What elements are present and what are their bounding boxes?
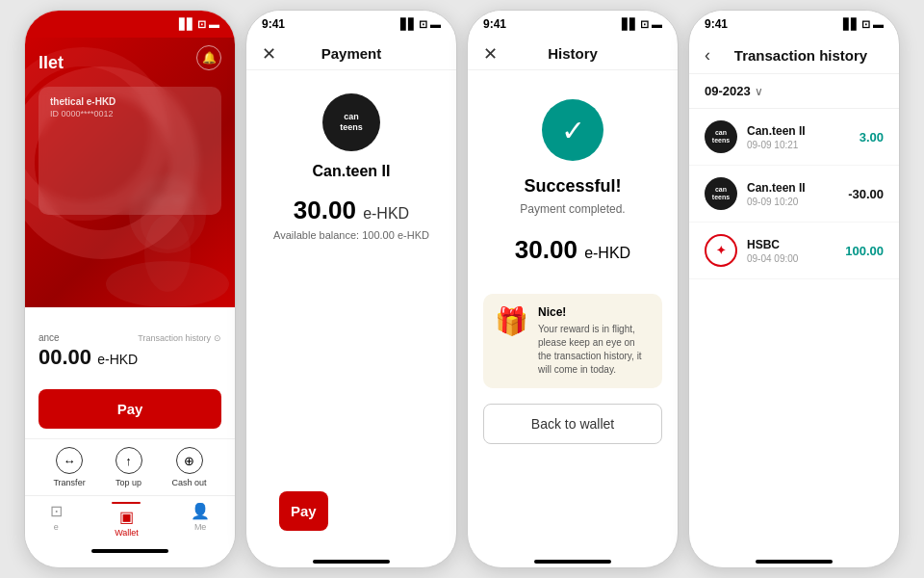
time-2: 9:41 [262, 17, 285, 31]
signal-icon-2: ▋▋ [400, 18, 416, 31]
nav-wallet[interactable]: ▣ Wallet [112, 502, 141, 538]
nav-me-label: Me [194, 522, 207, 532]
tx-date-1: 09-09 10:21 [747, 140, 850, 150]
transaction-item-2[interactable]: canteens Can.teen II 09-09 10:20 -30.00 [689, 166, 899, 223]
tx-info-3: HSBC 09-04 09:00 [747, 238, 835, 264]
transaction-list: canteens Can.teen II 09-09 10:21 3.00 ca… [689, 109, 899, 332]
signal-icon-3: ▋▋ [622, 18, 637, 31]
balance-section: ance Transaction history ⊙ 00.00 e-HKD [25, 323, 235, 380]
status-bar-4: 9:41 ▋▋ ⊡ ▬ [689, 11, 899, 38]
nav-home[interactable]: ⊡ e [50, 502, 63, 538]
tx-amount-1: 3.00 [860, 130, 884, 144]
battery-icon-4: ▬ [873, 18, 884, 30]
close-button-2[interactable]: ✕ [262, 43, 276, 65]
transaction-item-1[interactable]: canteens Can.teen II 09-09 10:21 3.00 [689, 109, 899, 166]
nav-me[interactable]: 👤 Me [191, 502, 210, 538]
payment-body: can teens Can.teen II 30.00 e-HKD Availa… [246, 70, 456, 556]
wifi-icon: ⊡ [197, 18, 206, 31]
merchant-name: Can.teen II [246, 163, 456, 180]
success-circle: ✓ [542, 99, 603, 161]
battery-icon-2: ▬ [430, 18, 441, 30]
history-title-4: Transaction history [718, 47, 884, 64]
svg-point-5 [144, 215, 191, 292]
wifi-icon-4: ⊡ [861, 18, 870, 31]
status-icons-2: ▋▋ ⊡ ▬ [400, 18, 441, 31]
merchant-logo-text: can teens [340, 112, 363, 133]
card-id: ID 0000****0012 [50, 109, 210, 118]
home-indicator-2 [313, 560, 390, 564]
tx-info-2: Can.teen II 09-09 10:20 [747, 181, 838, 207]
tx-name-1: Can.teen II [747, 124, 850, 138]
close-button-3[interactable]: ✕ [483, 43, 498, 65]
status-bar-3: 9:41 ▋▋ ⊡ ▬ [468, 11, 678, 38]
success-header: ✕ History [468, 38, 678, 70]
tx-amount-2: -30.00 [848, 187, 884, 201]
pay-button-1[interactable]: Pay [38, 389, 221, 429]
transfer-label: Transfer [53, 478, 85, 487]
wifi-icon-2: ⊡ [419, 18, 427, 31]
time-4: 9:41 [705, 17, 728, 31]
signal-icon-4: ▋▋ [843, 18, 859, 31]
back-wallet-button[interactable]: Back to wallet [483, 404, 662, 444]
balance-label: ance [38, 332, 60, 343]
transfer-icon: ↔ [56, 447, 83, 474]
reward-title: Nice! [538, 305, 651, 319]
payment-header: ✕ Payment [246, 38, 456, 70]
topup-action[interactable]: ↑ Top up [116, 447, 142, 487]
history-header: ‹ Transaction history [689, 38, 899, 74]
battery-icon: ▬ [209, 18, 219, 30]
success-subtitle: Payment completed. [468, 202, 678, 216]
reward-emoji: 🎁 [495, 305, 528, 337]
payment-title: Payment [321, 45, 382, 62]
transfer-action[interactable]: ↔ Transfer [53, 447, 85, 487]
status-bar-1: ▋▋ ⊡ ▬ [25, 11, 235, 38]
success-body: ✓ Successful! Payment completed. 30.00 e… [468, 70, 678, 556]
tx-amount-3: 100.00 [845, 244, 884, 258]
date-filter-text: 09-2023 [705, 84, 751, 98]
cashout-action[interactable]: ⊕ Cash out [171, 447, 206, 487]
pay-button-2[interactable]: Pay [279, 491, 328, 531]
action-row: ↔ Transfer ↑ Top up ⊕ Cash out [25, 438, 235, 495]
home-indicator-4 [756, 560, 833, 564]
date-filter[interactable]: 09-2023 ∨ [689, 74, 899, 109]
phone-success: 9:41 ▋▋ ⊡ ▬ ✕ History ✓ Successful! Paym… [467, 10, 679, 568]
wallet-title: llet [38, 53, 221, 73]
time-3: 9:41 [483, 17, 506, 31]
balance-amount: 00.00 e-HKD [38, 345, 221, 370]
card-type: thetical e-HKD [50, 96, 210, 107]
reward-text: Your reward is in flight, please keep an… [538, 323, 651, 377]
tx-info-1: Can.teen II 09-09 10:21 [747, 124, 850, 150]
bottom-nav-1: ⊡ e ▣ Wallet 👤 Me [25, 495, 235, 545]
available-balance: Available balance: 100.00 e-HKD [246, 229, 456, 241]
phone-payment: 9:41 ▋▋ ⊡ ▬ ✕ Payment can teens Can.teen… [245, 10, 457, 568]
payment-amount: 30.00 e-HKD [246, 196, 456, 225]
hsbc-icon: ✦ [716, 244, 726, 257]
success-icon: ✓ [542, 99, 603, 161]
topup-label: Top up [116, 478, 141, 487]
tx-name-3: HSBC [747, 238, 835, 251]
phone-history: 9:41 ▋▋ ⊡ ▬ ‹ Transaction history 09-202… [688, 10, 900, 568]
success-amount: 30.00 e-HKD [468, 235, 678, 265]
tx-date-3: 09-04 09:00 [747, 253, 835, 264]
home-indicator-1 [91, 549, 168, 553]
transaction-history-link[interactable]: Transaction history ⊙ [138, 333, 221, 343]
wifi-icon-3: ⊡ [640, 18, 649, 31]
status-icons-1: ▋▋ ⊡ ▬ [179, 18, 219, 31]
chevron-down-icon: ∨ [755, 85, 763, 98]
success-title: Successful! [468, 176, 678, 197]
cashout-icon: ⊕ [176, 447, 203, 474]
tx-logo-1: canteens [705, 120, 737, 153]
reward-box: 🎁 Nice! Your reward is in flight, please… [483, 294, 662, 388]
transaction-item-3[interactable]: ✦ HSBC 09-04 09:00 100.00 [689, 223, 899, 279]
tx-logo-2: canteens [705, 177, 737, 210]
cashout-label: Cash out [171, 478, 206, 487]
home-indicator-3 [534, 560, 611, 564]
nav-wallet-label: Wallet [115, 528, 139, 538]
status-icons-3: ▋▋ ⊡ ▬ [622, 18, 662, 31]
topup-icon: ↑ [116, 447, 142, 474]
wallet-header: 🔔 llet thetical e-HKD ID 0000****0012 [25, 38, 235, 307]
tx-name-2: Can.teen II [747, 181, 838, 195]
status-icons-4: ▋▋ ⊡ ▬ [843, 18, 884, 31]
tx-date-2: 09-09 10:20 [747, 197, 838, 207]
back-button-4[interactable]: ‹ [705, 45, 710, 66]
